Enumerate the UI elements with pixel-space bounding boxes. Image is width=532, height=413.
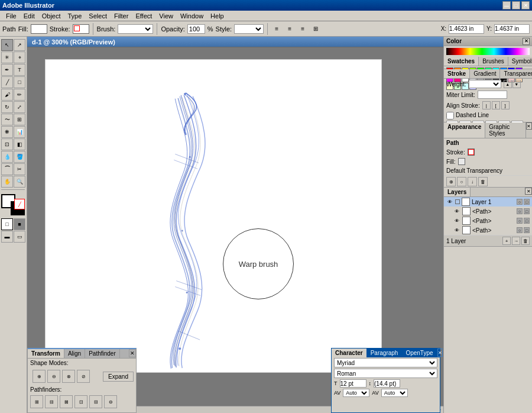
trim-btn[interactable]: ⊟: [45, 395, 58, 408]
column-graph-tool[interactable]: 📊: [14, 126, 25, 138]
exclude-btn[interactable]: ⊘: [77, 370, 90, 383]
path-3-row[interactable]: 👁 <Path> ○ □: [444, 225, 532, 235]
gradient-tool[interactable]: ◧: [14, 138, 25, 150]
tab-symbols[interactable]: Symbols: [508, 57, 532, 66]
align-left-icon[interactable]: ≡: [271, 24, 282, 34]
transform-panel-close[interactable]: ✕: [129, 349, 136, 357]
font-style-select[interactable]: Roman: [334, 369, 437, 378]
brush-select[interactable]: [118, 24, 153, 34]
outline-btn[interactable]: ⊟: [89, 395, 102, 408]
layer-1-row[interactable]: 👁 Layer 1 ○ □: [444, 197, 532, 206]
path-3-target[interactable]: ○: [517, 227, 523, 233]
rotate-tool[interactable]: ↻: [1, 101, 13, 113]
new-layer-btn[interactable]: +: [502, 237, 511, 245]
normal-mode[interactable]: □: [1, 218, 13, 230]
tab-character[interactable]: Character: [332, 349, 367, 357]
scale-tool[interactable]: ⤢: [14, 101, 25, 113]
rect-tool[interactable]: □: [14, 76, 25, 88]
stroke-color-swatch[interactable]: [468, 149, 475, 156]
menu-item-type[interactable]: Type: [64, 11, 86, 21]
mesh-tool[interactable]: ⊡: [1, 138, 13, 150]
maximize-button[interactable]: □: [512, 1, 520, 9]
tab-paragraph[interactable]: Paragraph: [367, 349, 403, 357]
tab-align[interactable]: Align: [64, 349, 85, 358]
menu-item-file[interactable]: File: [2, 11, 20, 21]
close-button[interactable]: ✕: [521, 1, 530, 9]
color-swatches[interactable]: ╱: [1, 194, 25, 215]
paint-bucket-tool[interactable]: 🪣: [14, 151, 25, 163]
magic-wand-tool[interactable]: ✳: [1, 51, 13, 63]
path-2-target[interactable]: ○: [517, 218, 523, 224]
tab-pathfinder[interactable]: Pathfinder: [85, 349, 120, 358]
align-right-icon[interactable]: ≡: [297, 24, 308, 34]
color-gradient-bar[interactable]: [446, 48, 530, 55]
path-2-row[interactable]: 👁 <Path> ○ □: [444, 216, 532, 225]
x-coord-input[interactable]: [449, 24, 484, 34]
tab-graphic-styles[interactable]: Graphic Styles: [485, 122, 525, 138]
appearance-panel-close[interactable]: ✕: [526, 122, 533, 130]
miter-input[interactable]: [478, 91, 507, 99]
path-2-select[interactable]: □: [524, 218, 530, 224]
brush-tool[interactable]: 🖌: [1, 89, 13, 101]
dashed-checkbox[interactable]: [446, 112, 454, 120]
expand-button[interactable]: Expand: [103, 372, 134, 382]
align-inside-stroke-btn[interactable]: [: [492, 101, 500, 109]
layer-1-select[interactable]: □: [524, 199, 530, 205]
menu-item-edit[interactable]: Edit: [20, 11, 38, 21]
path-1-target[interactable]: ○: [517, 208, 523, 214]
tab-stroke[interactable]: Stroke: [444, 69, 470, 78]
kern-select[interactable]: Auto: [343, 389, 369, 397]
path-1-row[interactable]: 👁 <Path> ○ □: [444, 206, 532, 216]
canvas-container[interactable]: Warp brush: [45, 59, 382, 373]
tab-layers[interactable]: Layers: [444, 188, 471, 196]
opacity-input[interactable]: [187, 24, 205, 34]
layer-1-eye[interactable]: 👁: [446, 198, 453, 205]
weight-up-btn[interactable]: ▲: [504, 80, 512, 88]
align-outside-stroke-btn[interactable]: ]: [501, 101, 510, 109]
align-center-icon[interactable]: ≡: [284, 24, 295, 34]
layer-1-target[interactable]: ○: [517, 199, 523, 205]
symbol-tool[interactable]: ❋: [1, 126, 13, 138]
menu-item-select[interactable]: Select: [85, 11, 111, 21]
warp-tool[interactable]: 〜: [1, 114, 13, 125]
appearance-delete-btn[interactable]: 🗑: [478, 177, 488, 186]
style-select[interactable]: [234, 24, 264, 34]
color-panel-close[interactable]: ✕: [523, 38, 530, 45]
layer-1-lock[interactable]: [455, 199, 460, 204]
delete-layer-btn[interactable]: 🗑: [521, 237, 530, 245]
menu-item-effect[interactable]: Effect: [132, 11, 155, 21]
path-2-eye[interactable]: 👁: [453, 217, 460, 224]
crop-btn[interactable]: ⊡: [74, 395, 87, 408]
tab-swatches[interactable]: Swatches: [444, 57, 479, 66]
character-panel-close[interactable]: ✕: [437, 349, 443, 357]
fill-swatch[interactable]: [31, 24, 47, 34]
intersect-btn[interactable]: ⊗: [62, 370, 75, 383]
clear-appearance-btn[interactable]: ○: [457, 177, 466, 186]
hand-tool[interactable]: ✋: [1, 176, 13, 188]
layers-panel-close[interactable]: ✕: [525, 188, 532, 195]
merge-btn[interactable]: ⊠: [60, 395, 73, 408]
menu-item-view[interactable]: View: [155, 11, 177, 21]
y-coord-input[interactable]: [494, 24, 530, 34]
minus-front-btn[interactable]: ⊖: [47, 370, 60, 383]
tab-transparency[interactable]: Transparency: [500, 69, 532, 78]
weight-down-btn[interactable]: ▼: [512, 80, 521, 88]
pencil-tool[interactable]: ✏: [14, 89, 25, 101]
move-selection-btn[interactable]: →: [512, 237, 520, 245]
minus-back-btn[interactable]: ⊖: [104, 395, 117, 408]
scissors-tool[interactable]: ✂: [14, 163, 25, 175]
path-3-select[interactable]: □: [524, 227, 530, 233]
screen-mode[interactable]: ▬: [1, 231, 13, 243]
eyedropper-tool[interactable]: 💧: [1, 151, 13, 163]
leading-input[interactable]: [374, 379, 400, 388]
menu-item-help[interactable]: Help: [207, 11, 228, 21]
free-transform-tool[interactable]: ⊞: [14, 114, 25, 125]
zoom-tool[interactable]: 🔍: [14, 176, 25, 188]
unite-btn[interactable]: ⊕: [33, 370, 46, 383]
tab-appearance[interactable]: Appearance: [444, 122, 485, 138]
menu-item-window[interactable]: Window: [177, 11, 207, 21]
view-mode[interactable]: ▭: [14, 231, 25, 243]
lasso-tool[interactable]: ⌖: [14, 51, 25, 63]
fill-color-swatch[interactable]: [458, 158, 465, 165]
divide-btn[interactable]: ⊞: [30, 395, 43, 408]
